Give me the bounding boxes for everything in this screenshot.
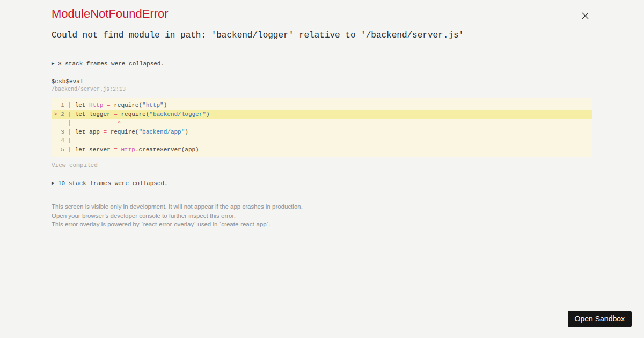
close-icon bbox=[582, 12, 589, 21]
code-line-highlighted: > 2 | let logger = require("backend/logg… bbox=[52, 110, 592, 119]
code-block: 1 | let Http = require("http")> 2 | let … bbox=[52, 98, 592, 157]
code-line-gutter: 1 | bbox=[54, 102, 75, 108]
overlay-footer: This screen is visible only in developme… bbox=[52, 202, 592, 229]
footer-line-development: This screen is visible only in developme… bbox=[52, 202, 592, 211]
footer-line-console: Open your browser’s developer console to… bbox=[52, 211, 592, 221]
collapsed-frames-top[interactable]: ▶ 3 stack frames were collapsed. bbox=[52, 61, 592, 68]
code-line-gutter: 4 | bbox=[54, 137, 75, 144]
code-line: 5 | let server = Http.createServer(app) bbox=[52, 145, 592, 155]
code-line-gutter: 3 | bbox=[54, 129, 75, 135]
error-title: ModuleNotFoundError bbox=[52, 7, 169, 21]
close-button[interactable] bbox=[577, 10, 592, 23]
collapsed-frames-top-label: 3 stack frames were collapsed. bbox=[54, 61, 164, 67]
error-header: ModuleNotFoundError bbox=[52, 7, 592, 23]
stack-frame-location: /backend/server.js:2:13 bbox=[52, 86, 592, 93]
code-line-gutter: 5 | bbox=[54, 146, 75, 153]
view-compiled-link[interactable]: View compiled bbox=[52, 162, 592, 169]
stack-frame: $csb$eval /backend/server.js:2:13 bbox=[52, 78, 592, 93]
code-line: 3 | let app = require("backend/app") bbox=[52, 128, 592, 137]
code-line-gutter: | bbox=[54, 120, 75, 126]
code-line: | ^ bbox=[52, 119, 592, 128]
code-line: 1 | let Http = require("http") bbox=[52, 101, 592, 110]
error-message: Could not find module in path: 'backend/… bbox=[52, 31, 592, 40]
stack-frame-function: $csb$eval bbox=[52, 78, 592, 85]
header-divider bbox=[52, 50, 592, 50]
footer-line-powered-by: This error overlay is powered by `react-… bbox=[52, 220, 592, 229]
error-overlay-content: ModuleNotFoundError Could not find modul… bbox=[52, 0, 592, 229]
open-sandbox-button[interactable]: Open Sandbox bbox=[568, 311, 632, 327]
code-line-gutter: > 2 | bbox=[54, 111, 75, 117]
collapsed-frames-bottom-label: 10 stack frames were collapsed. bbox=[54, 180, 167, 187]
code-line: 4 | bbox=[52, 136, 592, 145]
collapsed-frames-bottom[interactable]: ▶ 10 stack frames were collapsed. bbox=[52, 180, 592, 187]
error-overlay: ModuleNotFoundError Could not find modul… bbox=[0, 0, 644, 338]
